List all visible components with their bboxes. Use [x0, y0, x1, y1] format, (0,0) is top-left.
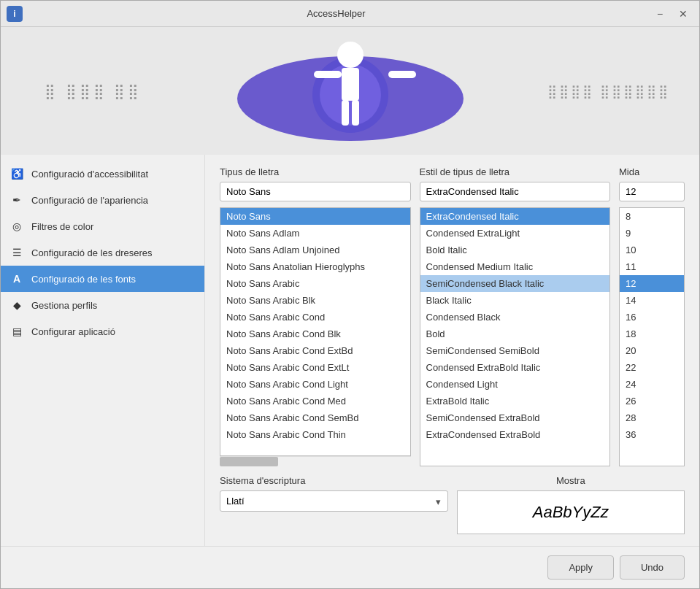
selected-values-row — [220, 182, 685, 204]
size-item-14[interactable]: 14 — [620, 292, 684, 309]
size-item-8[interactable]: 8 — [620, 208, 684, 225]
svg-rect-7 — [342, 100, 349, 126]
size-item-16[interactable]: 16 — [620, 309, 684, 326]
bottom-bar: Apply Undo — [1, 546, 699, 588]
selected-size-display — [619, 182, 685, 204]
writing-system-label: Sistema d'escriptura — [220, 475, 448, 486]
font-item-noto-sans-adlam[interactable]: Noto Sans Adlam — [220, 225, 410, 242]
font-item-noto-sans-arabic-cond-extlt[interactable]: Noto Sans Arabic Cond ExtLt — [220, 359, 410, 376]
size-item-24[interactable]: 24 — [620, 376, 684, 393]
sidebar-item-label: Filtres de color — [31, 221, 93, 232]
font-horizontal-scrollbar[interactable] — [220, 456, 411, 466]
font-item-noto-sans-adlam-unjoined[interactable]: Noto Sans Adlam Unjoined — [220, 242, 410, 258]
braille-left: ⣿ ⣿⣿⣿ ⣿⣿ — [45, 82, 142, 100]
size-header: Mida — [619, 166, 685, 177]
sidebar-item-label: Gestiona perfils — [31, 300, 97, 311]
size-item-20[interactable]: 20 — [620, 342, 684, 359]
style-item-condensed-black[interactable]: Condensed Black — [420, 309, 610, 326]
dressers-icon: ☰ — [9, 245, 24, 260]
font-item-noto-sans-arabic-cond-blk[interactable]: Noto Sans Arabic Cond Blk — [220, 326, 410, 342]
font-item-noto-sans-arabic-cond-sembd[interactable]: Noto Sans Arabic Cond SemBd — [220, 409, 410, 426]
selected-font-display — [220, 182, 411, 204]
font-item-noto-sans-arabic-blk[interactable]: Noto Sans Arabic Blk — [220, 292, 410, 309]
column-headers: Tipus de lletra Estil de tipus de lletra… — [220, 166, 685, 177]
sidebar-item-label: Configuració de les fonts — [31, 274, 136, 285]
style-item-black-italic[interactable]: Black Italic — [420, 292, 610, 309]
style-item-semicondensed-extrabold[interactable]: SemiCondensed ExtraBold — [420, 409, 610, 426]
style-item-extracondensed-italic[interactable]: ExtraCondensed Italic — [420, 208, 610, 225]
sidebar-item-label: Configurar aplicació — [31, 326, 115, 337]
style-item-semicondensed-black-italic[interactable]: SemiCondensed Black Italic — [420, 275, 610, 292]
font-lists-area: Noto Sans Noto Sans Adlam Noto Sans Adla… — [220, 207, 685, 466]
font-item-noto-sans-arabic-cond-thin[interactable]: Noto Sans Arabic Cond Thin — [220, 426, 410, 443]
font-item-noto-sans-anatolian[interactable]: Noto Sans Anatolian Hieroglyphs — [220, 258, 410, 275]
svg-point-3 — [337, 42, 364, 68]
font-item-noto-sans-arabic-cond-light[interactable]: Noto Sans Arabic Cond Light — [220, 376, 410, 393]
style-search-input[interactable] — [420, 182, 611, 201]
font-item-noto-sans-arabic-cond[interactable]: Noto Sans Arabic Cond — [220, 309, 410, 326]
size-item-22[interactable]: 22 — [620, 359, 684, 376]
size-list[interactable]: 8 9 10 11 12 14 16 18 20 22 24 26 — [619, 207, 685, 466]
sidebar-item-configure[interactable]: ▤ Configurar aplicació — [1, 318, 204, 344]
apply-button[interactable]: Apply — [547, 555, 614, 580]
size-item-26[interactable]: 26 — [620, 393, 684, 409]
style-item-condensed-medium-italic[interactable]: Condensed Medium Italic — [420, 258, 610, 275]
font-item-noto-sans[interactable]: Noto Sans — [220, 208, 410, 225]
style-list[interactable]: ExtraCondensed Italic Condensed ExtraLig… — [420, 207, 611, 466]
sidebar-item-color-filter[interactable]: ◎ Filtres de color — [1, 213, 204, 239]
style-header: Estil de tipus de lletra — [420, 166, 611, 177]
configure-icon: ▤ — [9, 324, 24, 339]
preview-col: Mostra AaBbYyZz — [457, 475, 685, 534]
sidebar-item-profiles[interactable]: ◆ Gestiona perfils — [1, 292, 204, 318]
sidebar: ♿ Configuració d'accessibilitat ✒ Config… — [1, 155, 205, 546]
accessibility-graphic — [234, 40, 467, 142]
font-scroll-thumb — [220, 457, 278, 466]
style-item-condensed-extrabold-italic[interactable]: Condensed ExtraBold Italic — [420, 359, 610, 376]
close-button[interactable]: ✕ — [673, 5, 693, 23]
font-item-noto-sans-arabic-cond-med[interactable]: Noto Sans Arabic Cond Med — [220, 393, 410, 409]
minimize-button[interactable]: − — [650, 5, 670, 23]
font-item-noto-sans-arabic-cond-extbd[interactable]: Noto Sans Arabic Cond ExtBd — [220, 342, 410, 359]
main-panel: Tipus de lletra Estil de tipus de lletra… — [205, 155, 699, 546]
font-item-noto-sans-arabic[interactable]: Noto Sans Arabic — [220, 275, 410, 292]
sidebar-item-label: Configuració de les dreseres — [31, 247, 152, 258]
braille-right: ⣿⣿⣿⣿ ⣿⣿⣿⣿⣿⣿ — [547, 83, 670, 99]
font-column-label: Tipus de lletra — [220, 166, 279, 177]
style-item-bold-italic[interactable]: Bold Italic — [420, 242, 610, 258]
svg-rect-4 — [342, 68, 359, 101]
size-item-11[interactable]: 11 — [620, 258, 684, 275]
size-item-36[interactable]: 36 — [620, 426, 684, 443]
window-body: ⣿ ⣿⣿⣿ ⣿⣿ ⣿⣿⣿⣿ ⣿⣿⣿⣿⣿⣿ — [1, 27, 699, 588]
size-item-12[interactable]: 12 — [620, 275, 684, 292]
sidebar-item-accessibility[interactable]: ♿ Configuració d'accessibilitat — [1, 161, 204, 187]
style-item-condensed-extralight[interactable]: Condensed ExtraLight — [420, 225, 610, 242]
size-item-18[interactable]: 18 — [620, 326, 684, 342]
style-list-wrapper: ExtraCondensed Italic Condensed ExtraLig… — [420, 207, 611, 466]
sidebar-item-label: Configuració de l'apariencia — [31, 195, 148, 206]
font-search-input[interactable] — [220, 182, 411, 201]
preview-text: AaBbYyZz — [533, 503, 609, 522]
size-input[interactable] — [619, 182, 685, 201]
style-item-extracondensed-extrabold[interactable]: ExtraCondensed ExtraBold — [420, 426, 610, 443]
size-item-9[interactable]: 9 — [620, 225, 684, 242]
size-item-28[interactable]: 28 — [620, 409, 684, 426]
accessibility-icon: ♿ — [9, 166, 24, 181]
style-item-condensed-light[interactable]: Condensed Light — [420, 376, 610, 393]
size-item-10[interactable]: 10 — [620, 242, 684, 258]
style-item-bold[interactable]: Bold — [420, 326, 610, 342]
font-list[interactable]: Noto Sans Noto Sans Adlam Noto Sans Adla… — [220, 207, 411, 456]
style-item-semicondensed-semibold[interactable]: SemiCondensed SemiBold — [420, 342, 610, 359]
sidebar-item-dressers[interactable]: ☰ Configuració de les dreseres — [1, 239, 204, 266]
main-window: i AccessHelper − ✕ ⣿ ⣿⣿⣿ ⣿⣿ — [0, 0, 700, 589]
writing-system-select[interactable]: Llatí Àrab Ciríl·lic Grec Hebreu — [220, 490, 448, 512]
title-bar: i AccessHelper − ✕ — [1, 1, 699, 27]
style-item-extrabold-italic[interactable]: ExtraBold Italic — [420, 393, 610, 409]
app-icon: i — [7, 6, 23, 22]
preview-box: AaBbYyZz — [457, 490, 685, 534]
font-list-wrapper: Noto Sans Noto Sans Adlam Noto Sans Adla… — [220, 207, 411, 466]
sidebar-item-appearance[interactable]: ✒ Configuració de l'apariencia — [1, 187, 204, 213]
size-list-wrapper: 8 9 10 11 12 14 16 18 20 22 24 26 — [619, 207, 685, 466]
sidebar-item-fonts[interactable]: A Configuració de les fonts — [1, 266, 204, 292]
writing-system-col: Sistema d'escriptura Llatí Àrab Ciríl·li… — [220, 475, 448, 512]
undo-button[interactable]: Undo — [620, 555, 685, 580]
